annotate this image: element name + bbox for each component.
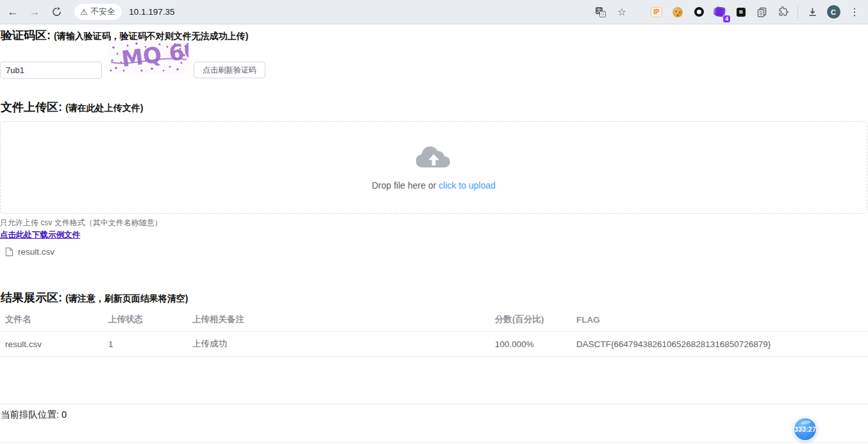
col-header-remark: 上传相关备注 [187, 310, 490, 332]
col-header-upload-status: 上传状态 [103, 310, 187, 332]
col-header-score: 分数(百分比) [490, 310, 571, 332]
footer: 当前排队位置: 0 [0, 404, 868, 421]
results-heading: 结果展示区: (请注意，刷新页面结果将清空) [0, 290, 868, 305]
avatar-initial: C [827, 5, 840, 19]
click-to-upload-link[interactable]: click to upload [438, 180, 496, 191]
ext-cookie-icon[interactable] [669, 4, 686, 21]
download-sample-link[interactable]: 点击此处下载示例文件 [0, 230, 80, 241]
cell-filename: result.csv [0, 332, 103, 357]
captcha-heading-text: 验证码区: [1, 29, 51, 42]
extension-badge: 4 [722, 15, 731, 23]
menu-kebab-icon[interactable]: ⋮ [846, 4, 863, 21]
copy-pages-glyph [757, 7, 767, 17]
ext-ring-icon[interactable] [690, 4, 707, 21]
translate-icon[interactable]: 文 G [592, 4, 609, 21]
cell-score: 100.000% [490, 332, 571, 357]
upload-heading-note: (请在此处上传文件) [65, 103, 143, 113]
col-header-filename: 文件名 [0, 310, 103, 332]
cell-flag: DASCTF{66479438261065268281316850726879} [571, 332, 868, 357]
profile-avatar[interactable]: C [825, 4, 842, 21]
black-square-glyph: B [737, 8, 746, 17]
results-heading-note: (请注意，刷新页面结果将清空) [65, 293, 188, 303]
download-glyph [807, 6, 818, 17]
document-icon [5, 247, 13, 257]
ext-notion-icon[interactable]: B [733, 4, 749, 21]
results-table-header-row: 文件名 上传状态 上传相关备注 分数(百分比) FLAG [0, 310, 868, 332]
ring-glyph [694, 7, 704, 17]
reload-glyph [52, 7, 62, 17]
upload-dropzone[interactable]: Drop file here or click to upload [0, 121, 867, 214]
queue-position-text: 当前排队位置: 0 [0, 404, 868, 421]
upload-cloud-icon [416, 144, 452, 171]
star-glyph: ☆ [617, 6, 626, 18]
browser-toolbar: ← → ⚠ 不安全 10.1.197.35 文 G ☆ IP 4 [0, 0, 868, 24]
upload-tip: 只允许上传 csv 文件格式（其中文件名称随意） [0, 218, 868, 228]
translate-front: G [599, 11, 606, 17]
url-text[interactable]: 10.1.197.35 [129, 7, 174, 17]
col-header-flag: FLAG [571, 310, 868, 332]
captcha-input[interactable] [0, 62, 102, 79]
puzzle-glyph [778, 6, 789, 17]
translate-glyph: 文 G [596, 7, 606, 17]
timer-value: 333:27 [794, 425, 816, 433]
purple-shade [713, 8, 724, 17]
ext-ip-icon[interactable]: IP [648, 4, 665, 21]
drop-text: Drop file here or click to upload [372, 180, 496, 191]
uploaded-file-name: result.csv [18, 247, 54, 257]
results-heading-text: 结果展示区: [1, 291, 62, 304]
captcha-section: 验证码区: (请输入验证码，验证码不对则文件无法成功上传) MQ 60 [0, 24, 868, 79]
uploaded-file-item[interactable]: result.csv [0, 247, 167, 257]
extensions-puzzle-icon[interactable] [775, 4, 792, 21]
page-content: 验证码区: (请输入验证码，验证码不对则文件无法成功上传) MQ 60 [0, 24, 868, 444]
cell-upload-status: 1 [103, 332, 187, 357]
warning-icon: ⚠ [80, 8, 88, 16]
toolbar-right: 文 G ☆ IP 4 B [592, 4, 868, 21]
toolbar-separator [797, 6, 798, 18]
downloads-icon[interactable] [804, 4, 821, 21]
cookie-glyph [672, 7, 683, 17]
footer-bottom-divider [0, 442, 868, 443]
back-icon[interactable]: ← [4, 3, 22, 21]
drop-text-plain: Drop file here or [372, 180, 438, 191]
forward-icon[interactable]: → [26, 3, 44, 21]
kebab-glyph: ⋮ [849, 6, 860, 18]
bookmark-star-icon[interactable]: ☆ [613, 4, 630, 21]
upload-heading: 文件上传区: (请在此处上传文件) [0, 99, 868, 115]
timer-shine [801, 420, 812, 425]
countdown-timer-bubble[interactable]: 333:27 [793, 417, 817, 441]
captcha-image[interactable]: MQ 60 [108, 41, 188, 74]
ip-label: IP [651, 7, 662, 17]
results-table: 文件名 上传状态 上传相关备注 分数(百分比) FLAG result.csv … [0, 310, 868, 357]
table-row: result.csv 1 上传成功 100.000% DASCTF{664794… [0, 332, 868, 357]
captcha-heading-note: (请输入验证码，验证码不对则文件无法成功上传) [54, 31, 248, 41]
ext-copy-pages-icon[interactable] [754, 4, 771, 21]
upload-heading-text: 文件上传区: [1, 101, 62, 114]
address-bar[interactable]: ⚠ 不安全 10.1.197.35 [74, 4, 592, 20]
ext-purple-icon[interactable]: 4 [712, 4, 728, 21]
security-chip[interactable]: ⚠ 不安全 [74, 4, 122, 20]
upload-section: 文件上传区: (请在此处上传文件) Drop file here or clic… [0, 99, 868, 257]
captcha-row: MQ 60 点击刷新验证码 [0, 41, 868, 79]
results-section: 结果展示区: (请注意，刷新页面结果将清空) 文件名 上传状态 上传相关备注 分… [0, 290, 868, 357]
reload-icon[interactable] [47, 3, 65, 21]
cell-remark: 上传成功 [187, 332, 490, 357]
refresh-captcha-button[interactable]: 点击刷新验证码 [194, 62, 265, 78]
security-chip-label: 不安全 [91, 6, 115, 17]
